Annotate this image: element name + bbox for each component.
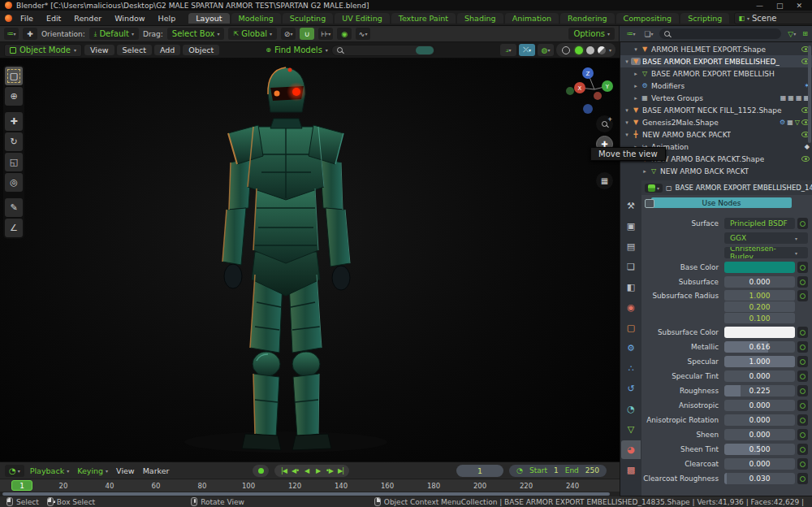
current-frame-indicator[interactable]: 1	[11, 480, 32, 491]
start-value[interactable]: 1	[554, 466, 559, 474]
outliner-row[interactable]: ▸⚙Modifiers✶	[620, 80, 812, 92]
viewport-menu-object[interactable]: Object	[183, 45, 219, 55]
tool-scale-button[interactable]: ◱	[5, 153, 23, 171]
node-socket-button[interactable]	[797, 356, 808, 367]
timeline-scrollbar[interactable]	[0, 492, 620, 496]
breadcrumb-object-name[interactable]: BASE ARMOR EXPORT EMBELLISHED_14835.S	[676, 184, 812, 192]
node-socket-button[interactable]	[797, 327, 808, 338]
properties-editor-type-button[interactable]: ▾	[645, 184, 663, 193]
outliner-filter-button[interactable]: ▽▾	[784, 28, 799, 40]
find-models-label[interactable]: Find Models	[274, 46, 322, 54]
scene-name[interactable]: Scene	[752, 14, 812, 23]
outliner-item-label[interactable]: BASE ARMOR EXPORT EMBELLISH	[651, 70, 775, 78]
axis-neg-z-ball[interactable]	[583, 104, 593, 114]
node-socket-button[interactable]	[797, 400, 808, 411]
tool-annotate-button[interactable]: ✎	[5, 198, 23, 217]
outliner-item-label[interactable]: BASE ARMORT NECK FILL_1152.Shape	[642, 106, 782, 115]
timeline-editor-type-button[interactable]: ◔▾	[5, 465, 24, 477]
properties-tab-tool[interactable]: ⚒	[621, 197, 641, 215]
viewport-menu-view[interactable]: View	[84, 45, 114, 55]
expand-icon[interactable]: ▸	[632, 83, 640, 89]
outliner-filter-image-button[interactable]: ❏▾	[641, 28, 656, 40]
properties-tab-scene[interactable]: ◧	[621, 278, 641, 297]
timeline-menu-playback[interactable]: Playback▾	[30, 466, 69, 475]
tab-animation[interactable]: Animation	[505, 13, 559, 24]
outliner-row[interactable]: ▾▼BASE ARMORT NECK FILL_1152.Shape	[620, 104, 812, 116]
slider-clearcoat[interactable]: 0.000	[724, 458, 795, 470]
outliner-item-label[interactable]: Vertex Groups	[651, 94, 703, 102]
shading-solid-button[interactable]	[586, 46, 594, 54]
node-socket-button[interactable]	[797, 414, 808, 426]
outliner-scrollbar[interactable]	[808, 46, 811, 143]
tab-shading[interactable]: Shading	[457, 13, 503, 24]
close-button[interactable]: ✕	[796, 2, 802, 10]
outliner-search-input[interactable]	[659, 28, 781, 39]
properties-tab-view-layer[interactable]: ❏	[621, 258, 641, 276]
node-socket-button[interactable]	[797, 290, 808, 301]
properties-tab-output[interactable]: ▤	[621, 237, 641, 256]
overlays-toggle[interactable]: ⤫▾	[519, 44, 535, 56]
outliner-row[interactable]: ▾▼Genesis2Male.Shape⚙▦▽	[620, 116, 812, 128]
tab-rendering[interactable]: Rendering	[560, 13, 615, 24]
menu-help[interactable]: Help	[152, 14, 183, 23]
snap-with-dropdown[interactable]: ⊦⊦▾	[318, 28, 333, 40]
falloff-curve-dropdown[interactable]: ∿▾	[356, 28, 370, 40]
tab-compositing[interactable]: Compositing	[616, 13, 680, 24]
properties-tab-constraints[interactable]: ◔	[621, 400, 641, 418]
node-socket-button[interactable]	[797, 458, 808, 470]
viewport-menu-select[interactable]: Select	[117, 45, 152, 55]
node-socket-button[interactable]	[797, 218, 808, 229]
color-swatch-subsurface-color[interactable]	[724, 327, 795, 338]
menu-file[interactable]: File	[14, 14, 40, 23]
vector-value-input[interactable]: 0.200	[724, 301, 795, 312]
toggle-perspective-button[interactable]: ▦	[596, 172, 613, 189]
shading-dropdown[interactable]: ▾	[609, 47, 611, 53]
play-reverse-button[interactable]: ◀	[300, 467, 312, 474]
maximize-button[interactable]: □	[776, 2, 784, 10]
node-socket-button[interactable]	[797, 444, 808, 455]
prev-key-button[interactable]: ◀•	[289, 467, 300, 474]
slider-specular[interactable]: 1.000	[724, 356, 795, 367]
expand-icon[interactable]: ▸	[632, 95, 640, 102]
find-models-search-input[interactable]	[331, 45, 435, 56]
dropdown-ggx[interactable]: GGX▾	[724, 232, 808, 244]
expand-icon[interactable]: ▸	[641, 168, 649, 175]
tab-layout[interactable]: Layout	[188, 13, 229, 24]
tab-uv-editing[interactable]: UV Editing	[335, 13, 390, 24]
color-swatch-base-color[interactable]	[724, 262, 795, 273]
node-socket-button[interactable]	[797, 429, 808, 440]
3d-viewport[interactable]: ▢⊕✚↻◱◎✎∠ Z X Y	[0, 58, 620, 462]
pivot-dropdown[interactable]: ⇱Global▾	[228, 28, 277, 40]
outliner-item-label[interactable]: ARMOR HELMET EXPORT.Shape	[651, 46, 766, 54]
timeline-ruler[interactable]: 1 20406080100120140160180200220240	[0, 479, 620, 492]
options-dropdown[interactable]: Options▾	[568, 28, 615, 40]
outliner-item-label[interactable]: Modifiers	[651, 82, 685, 90]
minimize-button[interactable]: —	[756, 2, 763, 10]
snap-magnet-toggle[interactable]: ∪	[300, 28, 314, 40]
axis-neg-y-ball[interactable]	[566, 87, 574, 95]
collapse-icon[interactable]: ▾	[623, 107, 631, 114]
collapse-icon[interactable]: ▾	[623, 58, 631, 65]
menu-render[interactable]: Render	[67, 14, 108, 23]
properties-tab-material[interactable]: ◕	[621, 440, 641, 459]
timeline-menu-view[interactable]: View	[116, 466, 135, 475]
outliner-item-label[interactable]: NEW ARMO BACK PACKT	[660, 167, 749, 176]
properties-tab-particles[interactable]: ∴	[621, 359, 641, 378]
show-gizmo-dropdown[interactable]: ⟓▾	[500, 44, 516, 56]
node-socket-button[interactable]	[797, 262, 808, 273]
tab-texture-paint[interactable]: Texture Paint	[391, 13, 456, 24]
outliner-row[interactable]: ▸▦Vertex Groups▦▦▦▦	[620, 92, 812, 104]
expand-icon[interactable]: ▸	[632, 71, 640, 77]
properties-tab-object-data[interactable]: ▽	[621, 420, 641, 439]
outliner-item-label[interactable]: Genesis2Male.Shape	[642, 119, 719, 127]
jump-start-button[interactable]: |◀	[278, 467, 289, 474]
outliner-row[interactable]: ▾▼BASE ARMOR EXPORT EMBELLISHED_	[620, 55, 812, 67]
outliner-row[interactable]: ▸▽BASE ARMOR EXPORT EMBELLISH	[620, 67, 812, 80]
node-socket-button[interactable]	[797, 385, 808, 396]
menu-edit[interactable]: Edit	[40, 14, 67, 23]
xray-toggle[interactable]: ◍▾	[538, 44, 554, 56]
current-frame-field[interactable]: 1	[456, 465, 503, 477]
tool-measure-button[interactable]: ∠	[5, 219, 23, 237]
visibility-eye-icon[interactable]	[801, 156, 810, 162]
orientation-dropdown[interactable]: ⤓Default▾	[89, 28, 139, 40]
